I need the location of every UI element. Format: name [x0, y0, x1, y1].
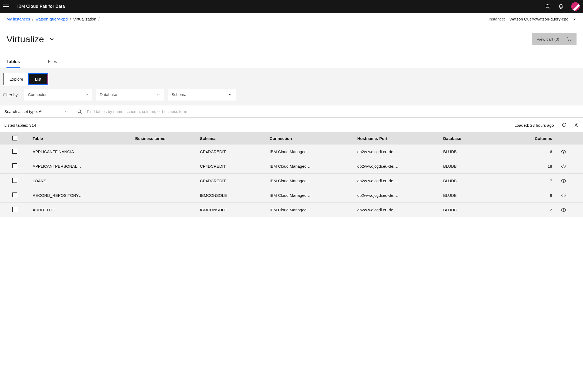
cell-database: BLUDB [440, 159, 510, 174]
col-connection[interactable]: Connection [267, 132, 355, 145]
refresh-icon[interactable] [561, 123, 566, 128]
table-row[interactable]: AUDIT_LOGIBMCONSOLEIBM Cloud Managed …db… [0, 203, 583, 217]
top-nav: IBM Cloud Pak for Data [0, 0, 583, 13]
list-highlight: List [28, 73, 48, 85]
chevron-down-icon [157, 93, 160, 97]
col-columns[interactable]: Columns [510, 132, 558, 145]
row-checkbox[interactable] [12, 149, 17, 154]
view-cart-button[interactable]: View cart (0) [532, 33, 577, 45]
col-database[interactable]: Database [440, 132, 510, 145]
cell-connection: IBM Cloud Managed … [267, 203, 355, 217]
svg-point-2 [568, 40, 569, 41]
cell-hostname: db2w-wqjcgdi.eu-de.… [355, 145, 440, 159]
gear-icon[interactable] [574, 123, 579, 128]
cell-columns: 6 [510, 145, 558, 159]
chevron-down-icon [85, 93, 89, 97]
preview-icon[interactable] [561, 193, 566, 198]
chevron-down-icon [65, 110, 68, 114]
row-checkbox[interactable] [12, 192, 17, 197]
row-checkbox[interactable] [12, 163, 17, 168]
breadcrumb-sep: / [32, 17, 33, 21]
cell-schema: IBMCONSOLE [197, 188, 267, 203]
cell-business-terms [133, 174, 197, 188]
row-checkbox[interactable] [12, 178, 17, 183]
page-title-wrap[interactable]: Virtualize [6, 34, 54, 44]
breadcrumb: My instances / watson-query-cpd / Virtua… [0, 13, 583, 25]
menu-icon[interactable] [3, 3, 10, 10]
svg-point-8 [563, 166, 564, 167]
cell-connection: IBM Cloud Managed … [267, 174, 355, 188]
col-hostname[interactable]: Hostname: Port [355, 132, 440, 145]
preview-icon[interactable] [561, 149, 566, 154]
cell-hostname: db2w-wqjcgdi.eu-de.… [355, 188, 440, 203]
cell-columns: 7 [510, 174, 558, 188]
cell-business-terms [133, 203, 197, 217]
table-row[interactable]: APPLICANTPERSONAL…CP4DCREDITIBM Cloud Ma… [0, 159, 583, 174]
cell-schema: IBMCONSOLE [197, 203, 267, 217]
cell-database: BLUDB [440, 174, 510, 188]
svg-line-5 [80, 112, 82, 114]
cell-hostname: db2w-wqjcgdi.eu-de.… [355, 174, 440, 188]
brand-prefix: IBM [17, 4, 25, 9]
cell-columns: 18 [510, 159, 558, 174]
search-input[interactable] [87, 109, 579, 114]
database-dropdown[interactable]: Database [96, 89, 164, 100]
preview-icon[interactable] [561, 207, 566, 213]
cell-hostname: db2w-wqjcgdi.eu-de.… [355, 203, 440, 217]
cell-schema: CP4DCREDIT [197, 145, 267, 159]
select-all-checkbox[interactable] [12, 136, 17, 140]
table-row[interactable]: APPLICANTFINANCIA…CP4DCREDITIBM Cloud Ma… [0, 145, 583, 159]
svg-point-3 [570, 40, 571, 41]
preview-icon[interactable] [561, 178, 566, 184]
svg-line-1 [549, 7, 550, 9]
chevron-down-icon [49, 37, 54, 42]
brand-product: Cloud Pak for Data [26, 4, 65, 9]
list-button[interactable]: List [29, 74, 47, 84]
cell-database: BLUDB [440, 188, 510, 203]
table-row[interactable]: RECORD_REPOSITORY…IBMCONSOLEIBM Cloud Ma… [0, 188, 583, 203]
col-business-terms[interactable]: Business terms [133, 132, 197, 145]
schema-dropdown[interactable]: Schema [168, 89, 236, 100]
svg-point-6 [575, 124, 577, 126]
asset-type-dropdown[interactable]: Search asset type: All [0, 105, 73, 118]
avatar[interactable] [571, 2, 580, 11]
cell-columns: 8 [510, 188, 558, 203]
svg-point-7 [563, 151, 564, 152]
tab-files[interactable]: Files [48, 56, 57, 68]
tab-tables[interactable]: Tables [6, 56, 20, 68]
col-schema[interactable]: Schema [197, 132, 267, 145]
chevron-down-icon [573, 17, 577, 21]
connector-dropdown[interactable]: Connector [24, 89, 92, 100]
breadcrumb-virtualization: Virtualization [73, 17, 96, 21]
notifications-icon[interactable] [558, 4, 564, 9]
page-title: Virtualize [6, 34, 44, 44]
breadcrumb-my-instances[interactable]: My instances [6, 17, 30, 21]
table-row[interactable]: LOANSCP4DCREDITIBM Cloud Managed …db2w-w… [0, 174, 583, 188]
tabs: Tables Files [0, 56, 583, 68]
search-row: Search asset type: All [0, 105, 583, 118]
search-field[interactable] [73, 105, 583, 118]
asset-type-label: Search asset type: All [4, 109, 43, 114]
listed-tables-count: Listed tables: 314 [4, 123, 36, 128]
cell-database: BLUDB [440, 203, 510, 217]
cell-table: AUDIT_LOG [30, 203, 133, 217]
cell-database: BLUDB [440, 145, 510, 159]
explore-button[interactable]: Explore [4, 73, 29, 85]
table-header-row: Table Business terms Schema Connection H… [0, 132, 583, 145]
search-icon[interactable] [545, 4, 551, 9]
preview-icon[interactable] [561, 164, 566, 169]
breadcrumb-watson-query-cpd[interactable]: watson-query-cpd [36, 17, 68, 21]
cell-connection: IBM Cloud Managed … [267, 188, 355, 203]
view-cart-label: View cart (0) [537, 37, 559, 42]
instance-label: Instance: [489, 17, 505, 21]
cell-business-terms [133, 159, 197, 174]
schema-label: Schema [172, 92, 187, 97]
topbar-actions [545, 2, 580, 11]
page-header: Virtualize View cart (0) [0, 25, 583, 56]
breadcrumb-sep: / [99, 17, 100, 21]
cell-table: RECORD_REPOSITORY… [30, 188, 133, 203]
cell-hostname: db2w-wqjcgdi.eu-de.… [355, 159, 440, 174]
row-checkbox[interactable] [12, 207, 17, 212]
col-table[interactable]: Table [30, 132, 133, 145]
instance-selector[interactable]: Instance: Watson Query:watson-query-cpd [489, 17, 577, 21]
